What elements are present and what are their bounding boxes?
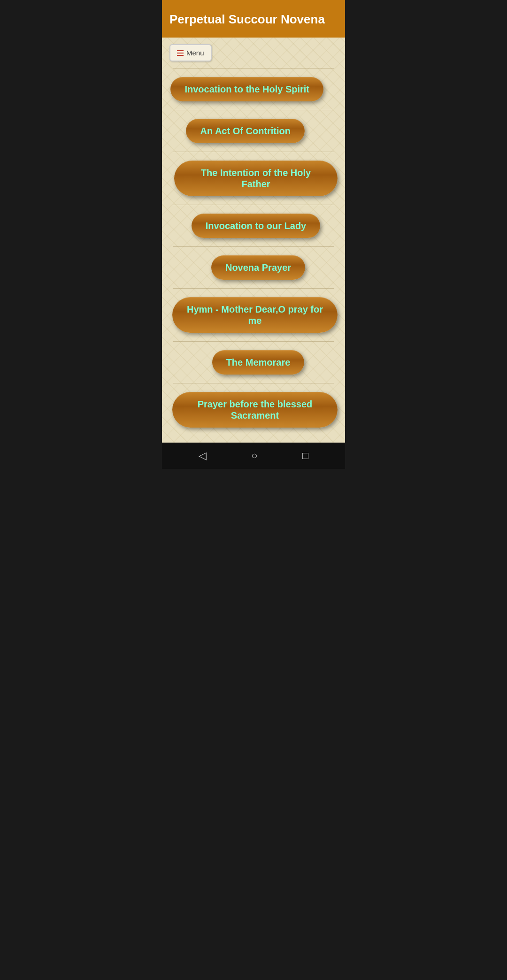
menu-item-button-novena-prayer[interactable]: Novena Prayer [211, 255, 305, 280]
home-button[interactable]: ○ [251, 450, 257, 462]
menu-item-button-prayer-blessed-sacrament[interactable]: Prayer before the blessed Sacrament [172, 392, 338, 428]
menu-item-row-novena-prayer: Novena Prayer [169, 247, 338, 288]
system-nav-bar: ◁ ○ □ [162, 443, 345, 469]
menu-item-button-hymn-mother-dear[interactable]: Hymn - Mother Dear,O pray for me [172, 297, 338, 333]
main-content: Menu Invocation to the Holy SpiritAn Act… [162, 38, 345, 443]
menu-item-row-hymn-mother-dear: Hymn - Mother Dear,O pray for me [169, 289, 338, 341]
menu-item-button-intention-holy-father[interactable]: The Intention of the Holy Father [174, 161, 338, 196]
menu-item-row-prayer-blessed-sacrament: Prayer before the blessed Sacrament [169, 383, 338, 436]
menu-item-row-invocation-our-lady: Invocation to our Lady [169, 205, 338, 246]
menu-button[interactable]: Menu [169, 44, 212, 61]
menu-item-button-invocation-our-lady[interactable]: Invocation to our Lady [192, 214, 320, 238]
recent-button[interactable]: □ [302, 450, 308, 462]
app-header: Perpetual Succour Novena [162, 0, 345, 38]
menu-label: Menu [186, 49, 204, 57]
menu-item-row-intention-holy-father: The Intention of the Holy Father [169, 152, 338, 205]
menu-item-row-invocation-holy-spirit: Invocation to the Holy Spirit [169, 69, 338, 110]
menu-item-button-act-of-contrition[interactable]: An Act Of Contrition [186, 119, 305, 143]
back-button[interactable]: ◁ [199, 450, 207, 462]
menu-item-button-the-memorare[interactable]: The Memorare [212, 350, 305, 375]
hamburger-icon [177, 50, 184, 56]
menu-item-row-the-memorare: The Memorare [169, 342, 338, 383]
app-title: Perpetual Succour Novena [169, 12, 325, 27]
menu-item-button-invocation-holy-spirit[interactable]: Invocation to the Holy Spirit [170, 77, 323, 101]
menu-items-list: Invocation to the Holy SpiritAn Act Of C… [169, 68, 338, 436]
menu-item-row-act-of-contrition: An Act Of Contrition [169, 110, 338, 152]
